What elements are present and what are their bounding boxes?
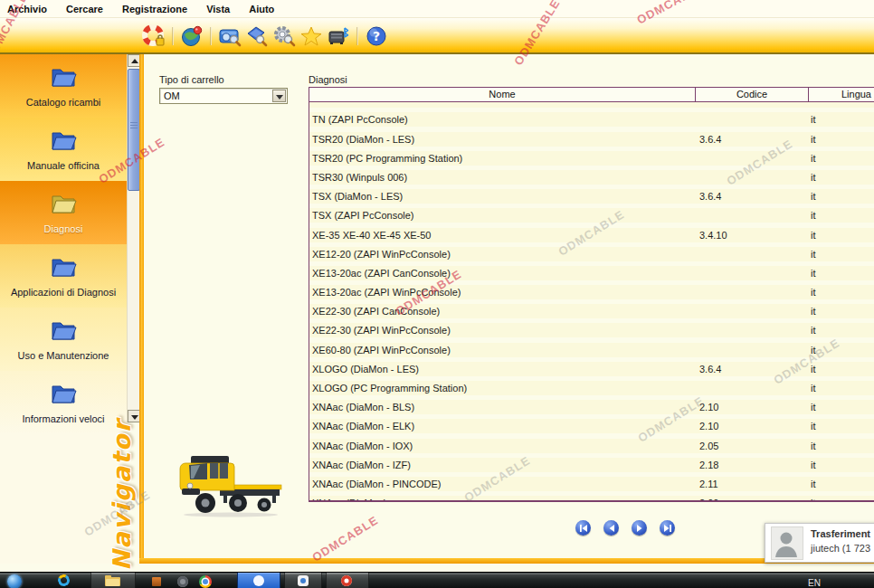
menu-vista[interactable]: Vista — [206, 4, 230, 14]
table-row[interactable]: XE60-80 (ZAPI WinPcConsole)it — [309, 337, 874, 356]
column-header-codice[interactable]: Codice — [696, 88, 809, 101]
cell-lingua: it — [811, 343, 816, 357]
table-row[interactable]: TSR20 (PC Programming Station)it — [309, 147, 874, 166]
start-button[interactable] — [7, 574, 22, 588]
cell-nome: XNAac (DiaMon - PINCODE) — [312, 477, 441, 491]
toolbar: ? — [0, 18, 874, 54]
table-row[interactable]: XNAac (DiaMon - BLS)2.10it — [309, 395, 874, 414]
screenshot-magnifier-icon[interactable] — [218, 24, 242, 48]
cell-codice: 3.6.4 — [699, 362, 721, 376]
cell-lingua: it — [811, 228, 816, 242]
menu-cercare[interactable]: Cercare — [66, 4, 103, 14]
cell-codice: 2.05 — [699, 439, 718, 453]
table-row[interactable]: TN (ZAPI PcConsole)it — [309, 108, 874, 127]
cell-nome: XE13-20ac (ZAPI WinPcConsole) — [312, 285, 461, 299]
table-row[interactable]: XE13-20ac (ZAPI CanConsole)it — [309, 261, 874, 280]
cell-lingua: it — [811, 247, 816, 261]
column-header-nome[interactable]: Nome — [309, 88, 696, 101]
menu-bar: ArchivioCercareRegistrazioneVistaAiuto — [0, 0, 874, 18]
avatar — [771, 526, 803, 560]
cell-lingua: it — [811, 189, 816, 204]
sidebar-item-applicazioni-di-diagnosi[interactable]: Applicazioni di Diagnosi — [0, 244, 127, 308]
menu-registrazione[interactable]: Registrazione — [122, 4, 187, 14]
cell-lingua: it — [811, 151, 816, 166]
explorer-folder-taskbar-button[interactable] — [90, 573, 136, 588]
sidebar-item-catalogo-ricambi[interactable]: Catalogo ricambi — [0, 54, 127, 118]
table-row[interactable]: XE22-30 (ZAPI CanConsole)it — [309, 299, 874, 318]
cell-nome: TSX (ZAPI PcConsole) — [312, 208, 413, 223]
cell-nome: XE12-20 (ZAPI WinPcConsole) — [312, 247, 451, 261]
table-row[interactable]: XNAac (DiaMon)2.00it — [309, 491, 874, 502]
sidebar-item-manuale-officina[interactable]: Manuale officina — [0, 118, 127, 181]
app-white-taskbar-button[interactable] — [284, 573, 322, 588]
lifering-taskbar-button[interactable] — [326, 573, 369, 588]
cell-codice: 3.6.4 — [699, 189, 721, 204]
table-row[interactable]: XE22-30 (ZAPI WinPcConsole)it — [309, 318, 874, 337]
favorites-star-icon[interactable] — [299, 24, 323, 48]
gear-taskbar-icon[interactable] — [177, 576, 188, 587]
globe-update-icon[interactable] — [180, 24, 204, 48]
table-row[interactable]: XE13-20ac (ZAPI WinPcConsole)it — [309, 280, 874, 299]
folder-icon — [49, 318, 78, 346]
settings-search-icon[interactable] — [272, 24, 296, 48]
transfer-notification[interactable]: Trasferiment jiutech (1 723 — [765, 523, 874, 563]
cell-nome: TSR20 (DiaMon - LES) — [312, 132, 414, 147]
sidebar-item-label: Catalogo ricambi — [26, 97, 101, 108]
device-bluetooth-icon[interactable] — [327, 24, 350, 48]
column-header-lingua[interactable]: Lingua — [809, 88, 874, 101]
sidebar-item-diagnosi[interactable]: Diagnosi — [0, 181, 127, 244]
table-row[interactable]: XNAac (DiaMon - IZF)2.18it — [309, 453, 874, 472]
cell-lingua: it — [811, 304, 816, 318]
vehicle-type-select[interactable]: OM — [159, 88, 288, 104]
app-box-taskbar-icon[interactable] — [152, 577, 161, 586]
pager-first-button[interactable] — [575, 520, 591, 536]
cell-nome: TSR30 (Winpuls 006) — [312, 170, 407, 185]
diagnosis-table-label: Diagnosi — [309, 74, 347, 85]
table-row[interactable]: TSX (ZAPI PcConsole)it — [309, 204, 874, 223]
support-lifering-icon[interactable] — [142, 24, 166, 48]
table-row[interactable]: XE-35 XE-40 XE-45 XE-503.4.10it — [309, 223, 874, 242]
sidebar-item-label: Diagnosi — [44, 223, 83, 234]
cell-lingua: it — [811, 381, 816, 395]
cell-nome: XE60-80 (ZAPI WinPcConsole) — [312, 343, 451, 357]
table-row[interactable]: TSX (DiaMon - LES)3.6.4it — [309, 185, 874, 204]
cell-codice: 2.11 — [699, 477, 718, 491]
table-row[interactable]: XNAac (DiaMon - PINCODE)2.11it — [309, 472, 874, 491]
active-app-taskbar-button[interactable] — [237, 573, 280, 588]
book-search-icon[interactable] — [245, 24, 269, 48]
pager-last-button[interactable] — [660, 520, 675, 536]
table-row[interactable]: XLOGO (PC Programming Station)it — [309, 376, 874, 395]
table-row[interactable]: XE12-20 (ZAPI WinPcConsole)it — [309, 242, 874, 261]
notification-title: Trasferiment — [811, 528, 870, 539]
cell-codice: 2.00 — [699, 496, 718, 502]
menu-archivio[interactable]: Archivio — [7, 4, 47, 14]
pager-next-button[interactable] — [632, 520, 647, 536]
navigator-brand: Navigator — [108, 418, 140, 572]
chevron-down-icon[interactable] — [272, 90, 286, 102]
table-row[interactable]: TSR20 (DiaMon - LES)3.6.4it — [309, 127, 874, 146]
sidebar-scrollbar[interactable] — [127, 54, 139, 422]
cell-nome: XE22-30 (ZAPI WinPcConsole) — [312, 323, 451, 337]
folder-icon — [49, 382, 78, 409]
sidebar-item-uso-e-manutenzione[interactable]: Uso e Manutenzione — [0, 308, 127, 371]
cell-codice: 2.18 — [699, 458, 718, 472]
cell-nome: TSX (DiaMon - LES) — [312, 189, 403, 204]
cell-nome: TSR20 (PC Programming Station) — [312, 151, 462, 166]
language-indicator[interactable]: EN — [808, 578, 821, 588]
cell-nome: XNAac (DiaMon - IZF) — [312, 458, 411, 472]
table-row[interactable]: XNAac (DiaMon - IOX)2.05it — [309, 433, 874, 452]
table-row[interactable]: XNAac (DiaMon - ELK)2.10it — [309, 414, 874, 433]
menu-aiuto[interactable]: Aiuto — [249, 4, 274, 14]
table-row[interactable]: XLOGO (DiaMon - LES)3.6.4it — [309, 357, 874, 376]
ie-taskbar-icon[interactable] — [56, 573, 71, 587]
cell-lingua: it — [811, 112, 816, 127]
help-icon[interactable]: ? — [365, 24, 388, 48]
toolbar-separator — [172, 27, 174, 45]
table-body: TN (ZAPI PcConsole)itTSR20 (DiaMon - LES… — [309, 102, 874, 502]
scrollbar-thumb[interactable] — [128, 69, 140, 191]
table-row[interactable]: TSR30 (Winpuls 006)it — [309, 166, 874, 185]
chrome-taskbar-icon[interactable] — [199, 575, 212, 588]
pager-previous-button[interactable] — [603, 520, 619, 536]
scroll-up-button[interactable] — [128, 54, 140, 67]
cell-codice: 3.6.4 — [699, 132, 721, 147]
